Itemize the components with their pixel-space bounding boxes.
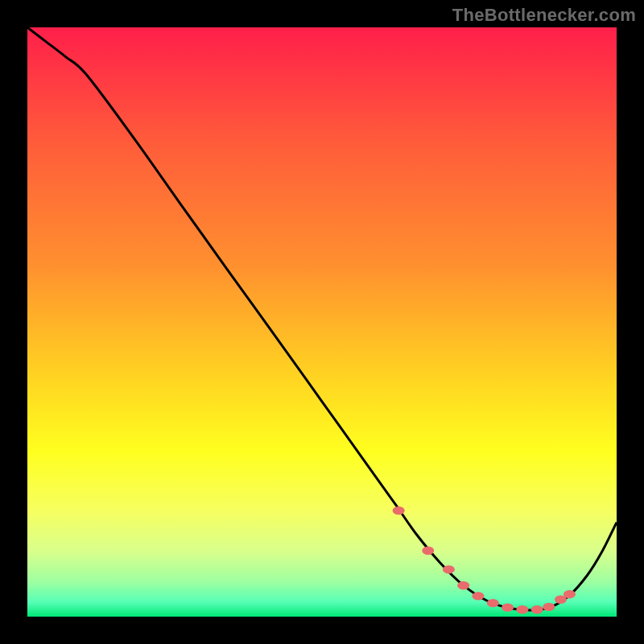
marker-dot <box>564 590 576 598</box>
marker-dot <box>457 581 469 589</box>
chart-svg <box>27 27 617 617</box>
marker-dot <box>393 506 405 514</box>
watermark-text: TheBottlenecker.com <box>452 5 636 26</box>
marker-dot <box>502 603 514 611</box>
plot-area <box>27 27 617 617</box>
marker-dot <box>487 599 499 607</box>
chart-frame: TheBottlenecker.com <box>0 0 644 644</box>
marker-dot <box>472 592 484 600</box>
marker-dot <box>531 605 543 613</box>
marker-dot <box>422 547 434 555</box>
marker-dot <box>516 605 528 613</box>
marker-dot <box>443 565 455 573</box>
gradient-background <box>27 27 617 617</box>
marker-dot <box>543 603 555 611</box>
